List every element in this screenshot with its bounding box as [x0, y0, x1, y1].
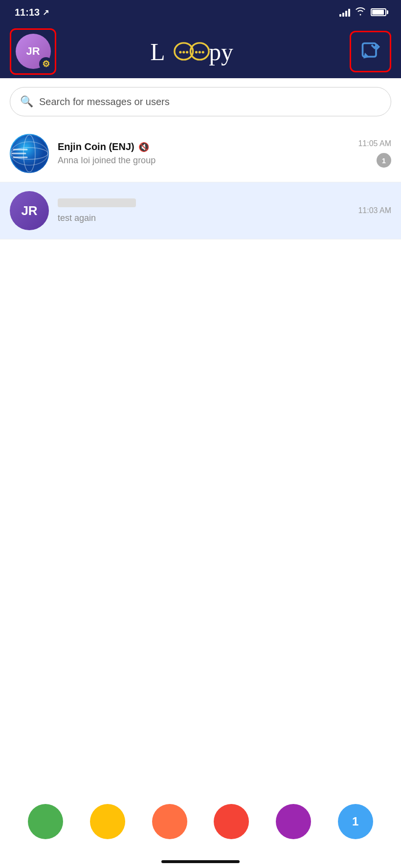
- mute-icon: 🔇: [138, 142, 149, 152]
- enjin-avatar: [10, 134, 49, 173]
- compose-icon: [360, 41, 381, 62]
- tab-orange[interactable]: [152, 804, 187, 839]
- app-header: JR ⚙ L py: [0, 24, 401, 78]
- time-display: 11:13: [15, 7, 40, 18]
- app-logo: L py: [150, 37, 251, 66]
- search-section: 🔍 Search for messages or users: [0, 78, 401, 125]
- jr-chat-time: 11:03 AM: [358, 206, 391, 215]
- bottom-tab-bar: 1: [0, 790, 401, 868]
- svg-text:L: L: [150, 39, 165, 65]
- svg-point-8: [202, 51, 204, 53]
- enjin-chat-meta: 11:05 AM 1: [358, 139, 391, 168]
- signal-icon: [339, 8, 350, 17]
- tab-blue-active[interactable]: 1: [338, 804, 373, 839]
- svg-point-3: [182, 51, 185, 53]
- search-icon: 🔍: [20, 95, 33, 108]
- home-indicator: [161, 860, 240, 863]
- wifi-icon: [355, 7, 366, 18]
- gear-icon: ⚙: [39, 57, 53, 71]
- avatar-initials: JR: [26, 45, 40, 58]
- chat-item-jr[interactable]: JR test again 11:03 AM: [0, 182, 401, 239]
- status-icons: [339, 7, 386, 18]
- tab-red[interactable]: [214, 804, 249, 839]
- tab-purple[interactable]: [276, 804, 311, 839]
- svg-point-2: [179, 51, 181, 53]
- enjin-chat-name: Enjin Coin (ENJ): [58, 141, 134, 152]
- enjin-chat-time: 11:05 AM: [358, 139, 391, 148]
- enjin-name-row: Enjin Coin (ENJ) 🔇: [58, 141, 353, 152]
- svg-point-6: [195, 51, 198, 53]
- chat-item-enjin[interactable]: Enjin Coin (ENJ) 🔇 Anna Ioi joined the g…: [0, 125, 401, 182]
- search-bar[interactable]: 🔍 Search for messages or users: [10, 87, 391, 116]
- svg-point-4: [186, 51, 188, 53]
- jr-redacted-name: [58, 198, 136, 207]
- search-placeholder: Search for messages or users: [39, 96, 170, 108]
- chat-list: Enjin Coin (ENJ) 🔇 Anna Ioi joined the g…: [0, 125, 401, 239]
- battery-icon: [371, 8, 386, 16]
- tab-green[interactable]: [28, 804, 63, 839]
- enjin-avatar-inner: [10, 134, 49, 173]
- enjin-chat-content: Enjin Coin (ENJ) 🔇 Anna Ioi joined the g…: [58, 141, 353, 166]
- tab-yellow[interactable]: [90, 804, 125, 839]
- enjin-unread-badge: 1: [377, 153, 391, 168]
- svg-text:py: py: [209, 39, 233, 65]
- enjin-chat-preview: Anna Ioi joined the group: [58, 155, 156, 165]
- tab-badge-label: 1: [352, 815, 358, 828]
- jr-name-row: [58, 198, 353, 210]
- status-time: 11:13 ↗: [15, 7, 49, 18]
- logo-svg: L py: [150, 37, 251, 66]
- jr-chat-content: test again: [58, 198, 353, 223]
- jr-chat-preview: test again: [58, 213, 96, 223]
- profile-button[interactable]: JR ⚙: [10, 28, 56, 75]
- svg-point-7: [199, 51, 201, 53]
- avatar: JR ⚙: [16, 34, 51, 69]
- jr-chat-meta: 11:03 AM: [358, 206, 391, 215]
- location-arrow-icon: ↗: [43, 8, 49, 17]
- status-bar: 11:13 ↗: [0, 0, 401, 24]
- jr-avatar: JR: [10, 191, 49, 230]
- compose-button[interactable]: [350, 31, 391, 72]
